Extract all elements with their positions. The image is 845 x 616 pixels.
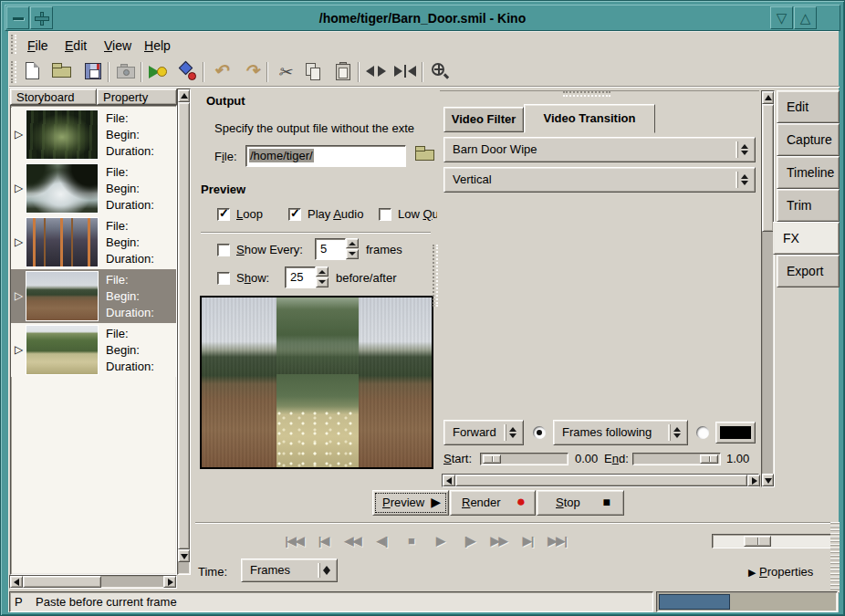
titlebar[interactable]: /home/tiger/Barn_Door.smil - Kino ▽ △ (5, 5, 840, 31)
storyboard-row-2[interactable]: ▷ File:Begin:Duration: (11, 162, 177, 215)
fast-forward-button[interactable]: ▶▶ (485, 529, 512, 553)
loop-checkbox[interactable]: ✓ (217, 208, 230, 221)
frame-back-button[interactable]: ◀| (369, 529, 395, 553)
clip-thumbnail-field[interactable] (26, 271, 99, 321)
stop-button[interactable]: Stop ■ (537, 490, 624, 516)
menu-help[interactable]: Help (139, 37, 176, 55)
storyboard-row-5[interactable]: ▷ File:Begin:Duration: (11, 323, 177, 377)
hscroll-thumb[interactable] (23, 576, 101, 588)
redo-button[interactable]: ↷ (239, 59, 265, 85)
pane-divider-grip[interactable] (433, 245, 438, 307)
source-color-radio[interactable] (696, 426, 709, 439)
scroll-up-button[interactable] (762, 91, 774, 104)
play-button[interactable]: ▶ (427, 529, 454, 553)
zoom-fit-button[interactable] (427, 59, 453, 85)
storyboard-row-4-selected[interactable]: ▷ File:Begin:Duration: (11, 269, 177, 323)
storyboard-vscrollbar[interactable] (177, 89, 191, 575)
storyboard-row-3[interactable]: ▷ File:Begin:Duration: (11, 215, 177, 269)
tab-video-transition[interactable]: Video Transition (524, 104, 655, 133)
fx-hscrollbar[interactable] (442, 474, 759, 487)
dv-connect-button[interactable] (175, 59, 201, 85)
clip-thumbnail-dark-forest[interactable] (26, 110, 99, 160)
time-select[interactable]: Frames (241, 559, 338, 582)
show-every-spin-down[interactable] (346, 249, 359, 259)
low-quality-checkbox[interactable] (379, 208, 391, 221)
column-header-property[interactable]: Property (97, 89, 177, 105)
next-scene-button[interactable]: ▶| (515, 529, 541, 553)
goto-start-button[interactable]: |◀◀ (281, 529, 308, 553)
scroll-up-button[interactable] (178, 89, 190, 102)
expander-icon[interactable]: ▷ (15, 343, 23, 356)
storyboard-row-1[interactable]: ▷ File:Begin:Duration: (11, 108, 177, 162)
tab-export[interactable]: Export (777, 255, 840, 287)
play-audio-checkbox[interactable]: ✓ (288, 208, 301, 221)
scroll-right-button[interactable] (163, 576, 176, 588)
stop-transport-button[interactable]: ■ (398, 529, 424, 553)
column-header-storyboard[interactable]: Storyboard (10, 89, 97, 105)
tab-capture[interactable]: Capture (777, 123, 840, 156)
tab-timeline[interactable]: Timeline (777, 156, 840, 189)
cut-button[interactable]: ✂ (272, 59, 297, 85)
tab-trim[interactable]: Trim (777, 189, 840, 222)
show-spin-up[interactable] (316, 266, 329, 277)
show-every-checkbox[interactable] (217, 244, 230, 256)
open-file-button[interactable] (49, 59, 75, 85)
preview-button[interactable]: Preview ▶ (372, 490, 449, 516)
clip-thumbnail-meadow[interactable] (26, 325, 99, 375)
end-slider-thumb[interactable] (700, 454, 718, 464)
clip-thumbnail-pines[interactable] (26, 217, 99, 267)
copy-button[interactable] (301, 59, 327, 85)
menubar-grip[interactable] (11, 35, 16, 54)
undo-button[interactable]: ↶ (208, 59, 234, 85)
scroll-left-button[interactable] (10, 576, 23, 588)
end-slider[interactable] (632, 453, 721, 465)
snapshot-button[interactable] (113, 59, 139, 85)
join-scene-button[interactable] (392, 59, 418, 85)
transition-select[interactable]: Barn Door Wipe (443, 137, 756, 162)
rewind-button[interactable]: ◀◀ (339, 529, 366, 553)
expander-icon[interactable]: ▷ (15, 289, 23, 302)
tab-fx-active[interactable]: FX (773, 222, 840, 255)
source-select[interactable]: Frames following (553, 420, 688, 445)
scroll-down-button[interactable] (762, 474, 774, 486)
tab-edit[interactable]: Edit (777, 90, 840, 123)
start-slider[interactable] (480, 453, 569, 465)
direction-select[interactable]: Vertical (443, 167, 756, 193)
fx-vscrollbar[interactable] (761, 90, 775, 487)
color-swatch-button[interactable] (715, 422, 756, 444)
paste-button[interactable] (330, 59, 356, 85)
shuttle-slider[interactable] (712, 534, 835, 548)
new-file-button[interactable] (20, 59, 46, 85)
show-checkbox[interactable] (217, 272, 230, 285)
start-slider-thumb[interactable] (483, 454, 501, 464)
save-file-button[interactable] (80, 59, 106, 85)
properties-expander[interactable]: ▶ Properties (748, 565, 813, 579)
frame-forward-button[interactable]: |▶ (456, 529, 483, 553)
maximize-button[interactable]: △ (794, 6, 817, 29)
fx-toolbar-grip[interactable] (563, 91, 610, 97)
scroll-left-button[interactable] (443, 475, 455, 486)
clip-thumbnail-river[interactable] (26, 163, 99, 214)
browse-file-button[interactable] (412, 141, 437, 167)
storyboard-hscrollbar[interactable] (9, 575, 177, 589)
expander-icon[interactable]: ▷ (15, 182, 23, 194)
previous-scene-button[interactable]: |◀ (310, 529, 337, 553)
shade-button[interactable]: ▽ (770, 6, 793, 29)
menu-view[interactable]: View (99, 37, 137, 55)
expander-icon[interactable]: ▷ (15, 128, 23, 141)
shuttle-slider-thumb[interactable] (744, 536, 771, 547)
show-spin-input[interactable]: 25 (285, 266, 316, 288)
source-frames-radio[interactable] (533, 426, 546, 439)
scroll-right-button[interactable] (747, 475, 760, 486)
split-scene-button[interactable] (363, 59, 389, 85)
file-input[interactable]: /home/tiger/ (245, 145, 406, 167)
menu-file[interactable]: File (22, 37, 54, 55)
hscroll-thumb[interactable] (455, 475, 747, 486)
resize-grip[interactable] (830, 522, 840, 593)
expander-icon[interactable]: ▷ (15, 235, 23, 248)
vscroll-thumb[interactable] (178, 102, 190, 549)
menu-edit[interactable]: Edit (59, 37, 92, 55)
vscroll-thumb[interactable] (762, 104, 774, 232)
show-spin-down[interactable] (316, 277, 329, 287)
toolbar-grip[interactable] (11, 61, 16, 83)
